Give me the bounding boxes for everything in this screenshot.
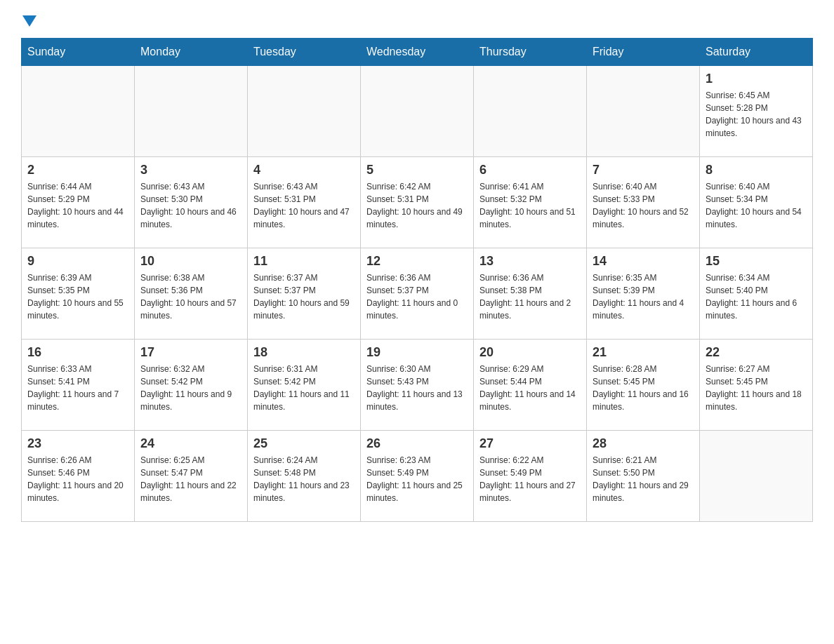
- calendar-cell: 7Sunrise: 6:40 AMSunset: 5:33 PMDaylight…: [587, 157, 700, 248]
- calendar-cell: 21Sunrise: 6:28 AMSunset: 5:45 PMDayligh…: [587, 340, 700, 431]
- day-number: 1: [706, 72, 807, 86]
- day-info: Sunrise: 6:43 AMSunset: 5:30 PMDaylight:…: [140, 180, 241, 231]
- calendar-cell: 6Sunrise: 6:41 AMSunset: 5:32 PMDaylight…: [474, 157, 587, 248]
- day-info: Sunrise: 6:35 AMSunset: 5:39 PMDaylight:…: [593, 271, 694, 322]
- day-number: 24: [140, 436, 241, 451]
- weekday-header-monday: Monday: [135, 39, 248, 66]
- day-number: 11: [253, 254, 355, 269]
- day-number: 22: [706, 345, 807, 360]
- calendar-cell: 25Sunrise: 6:24 AMSunset: 5:48 PMDayligh…: [248, 431, 361, 522]
- day-number: 17: [140, 345, 241, 360]
- calendar-cell: 17Sunrise: 6:32 AMSunset: 5:42 PMDayligh…: [135, 340, 248, 431]
- weekday-header-thursday: Thursday: [474, 39, 587, 66]
- day-number: 10: [140, 254, 241, 269]
- calendar-cell: 13Sunrise: 6:36 AMSunset: 5:38 PMDayligh…: [474, 248, 587, 340]
- day-info: Sunrise: 6:41 AMSunset: 5:32 PMDaylight:…: [479, 180, 581, 231]
- day-info: Sunrise: 6:38 AMSunset: 5:36 PMDaylight:…: [140, 271, 241, 322]
- day-info: Sunrise: 6:27 AMSunset: 5:45 PMDaylight:…: [706, 363, 807, 413]
- day-number: 25: [253, 436, 355, 451]
- day-number: 19: [366, 345, 468, 360]
- calendar-cell: 27Sunrise: 6:22 AMSunset: 5:49 PMDayligh…: [474, 431, 587, 522]
- day-info: Sunrise: 6:29 AMSunset: 5:44 PMDaylight:…: [479, 363, 581, 413]
- calendar-cell: 20Sunrise: 6:29 AMSunset: 5:44 PMDayligh…: [474, 340, 587, 431]
- calendar-cell: 11Sunrise: 6:37 AMSunset: 5:37 PMDayligh…: [248, 248, 361, 340]
- day-info: Sunrise: 6:25 AMSunset: 5:47 PMDaylight:…: [140, 454, 241, 504]
- day-info: Sunrise: 6:40 AMSunset: 5:34 PMDaylight:…: [706, 180, 807, 231]
- weekday-header-row: SundayMondayTuesdayWednesdayThursdayFrid…: [22, 39, 813, 66]
- calendar-cell: 24Sunrise: 6:25 AMSunset: 5:47 PMDayligh…: [135, 431, 248, 522]
- day-info: Sunrise: 6:24 AMSunset: 5:48 PMDaylight:…: [253, 454, 355, 504]
- logo-triangle-icon: [22, 15, 37, 27]
- calendar-week-row: 2Sunrise: 6:44 AMSunset: 5:29 PMDaylight…: [22, 157, 813, 248]
- day-number: 26: [366, 436, 468, 451]
- day-info: Sunrise: 6:42 AMSunset: 5:31 PMDaylight:…: [366, 180, 468, 231]
- day-info: Sunrise: 6:45 AMSunset: 5:28 PMDaylight:…: [706, 89, 807, 140]
- day-info: Sunrise: 6:22 AMSunset: 5:49 PMDaylight:…: [479, 454, 581, 504]
- day-info: Sunrise: 6:30 AMSunset: 5:43 PMDaylight:…: [366, 363, 468, 413]
- day-info: Sunrise: 6:26 AMSunset: 5:46 PMDaylight:…: [27, 454, 128, 504]
- day-info: Sunrise: 6:36 AMSunset: 5:38 PMDaylight:…: [479, 271, 581, 322]
- calendar-week-row: 1Sunrise: 6:45 AMSunset: 5:28 PMDaylight…: [22, 66, 813, 157]
- calendar-cell: 5Sunrise: 6:42 AMSunset: 5:31 PMDaylight…: [361, 157, 474, 248]
- calendar-cell: [22, 66, 135, 157]
- calendar-cell: [700, 431, 813, 522]
- day-info: Sunrise: 6:39 AMSunset: 5:35 PMDaylight:…: [27, 271, 128, 322]
- day-number: 15: [706, 254, 807, 269]
- day-number: 21: [593, 345, 694, 360]
- calendar-week-row: 16Sunrise: 6:33 AMSunset: 5:41 PMDayligh…: [22, 340, 813, 431]
- day-info: Sunrise: 6:31 AMSunset: 5:42 PMDaylight:…: [253, 363, 355, 413]
- calendar-cell: 2Sunrise: 6:44 AMSunset: 5:29 PMDaylight…: [22, 157, 135, 248]
- day-info: Sunrise: 6:43 AMSunset: 5:31 PMDaylight:…: [253, 180, 355, 231]
- day-number: 2: [27, 163, 128, 177]
- calendar-cell: 26Sunrise: 6:23 AMSunset: 5:49 PMDayligh…: [361, 431, 474, 522]
- day-info: Sunrise: 6:21 AMSunset: 5:50 PMDaylight:…: [593, 454, 694, 504]
- calendar-cell: 18Sunrise: 6:31 AMSunset: 5:42 PMDayligh…: [248, 340, 361, 431]
- day-number: 20: [479, 345, 581, 360]
- weekday-header-sunday: Sunday: [22, 39, 135, 66]
- day-info: Sunrise: 6:28 AMSunset: 5:45 PMDaylight:…: [593, 363, 694, 413]
- calendar-cell: 28Sunrise: 6:21 AMSunset: 5:50 PMDayligh…: [587, 431, 700, 522]
- day-number: 8: [706, 163, 807, 177]
- calendar-cell: 14Sunrise: 6:35 AMSunset: 5:39 PMDayligh…: [587, 248, 700, 340]
- calendar-cell: [474, 66, 587, 157]
- calendar-cell: [135, 66, 248, 157]
- day-info: Sunrise: 6:37 AMSunset: 5:37 PMDaylight:…: [253, 271, 355, 322]
- day-number: 13: [479, 254, 581, 269]
- day-number: 16: [27, 345, 128, 360]
- calendar-cell: 8Sunrise: 6:40 AMSunset: 5:34 PMDaylight…: [700, 157, 813, 248]
- day-info: Sunrise: 6:33 AMSunset: 5:41 PMDaylight:…: [27, 363, 128, 413]
- day-number: 7: [593, 163, 694, 177]
- day-number: 5: [366, 163, 468, 177]
- day-info: Sunrise: 6:34 AMSunset: 5:40 PMDaylight:…: [706, 271, 807, 322]
- calendar-cell: 19Sunrise: 6:30 AMSunset: 5:43 PMDayligh…: [361, 340, 474, 431]
- day-number: 23: [27, 436, 128, 451]
- weekday-header-saturday: Saturday: [700, 39, 813, 66]
- weekday-header-friday: Friday: [587, 39, 700, 66]
- day-number: 18: [253, 345, 355, 360]
- calendar-cell: 16Sunrise: 6:33 AMSunset: 5:41 PMDayligh…: [22, 340, 135, 431]
- day-number: 6: [479, 163, 581, 177]
- day-number: 27: [479, 436, 581, 451]
- weekday-header-wednesday: Wednesday: [361, 39, 474, 66]
- calendar-cell: [587, 66, 700, 157]
- calendar-cell: 3Sunrise: 6:43 AMSunset: 5:30 PMDaylight…: [135, 157, 248, 248]
- day-number: 12: [366, 254, 468, 269]
- day-number: 4: [253, 163, 355, 177]
- calendar-cell: 1Sunrise: 6:45 AMSunset: 5:28 PMDaylight…: [700, 66, 813, 157]
- calendar-week-row: 23Sunrise: 6:26 AMSunset: 5:46 PMDayligh…: [22, 431, 813, 522]
- calendar-cell: 15Sunrise: 6:34 AMSunset: 5:40 PMDayligh…: [700, 248, 813, 340]
- day-info: Sunrise: 6:23 AMSunset: 5:49 PMDaylight:…: [366, 454, 468, 504]
- weekday-header-tuesday: Tuesday: [248, 39, 361, 66]
- calendar-cell: 9Sunrise: 6:39 AMSunset: 5:35 PMDaylight…: [22, 248, 135, 340]
- calendar-cell: 23Sunrise: 6:26 AMSunset: 5:46 PMDayligh…: [22, 431, 135, 522]
- day-number: 28: [593, 436, 694, 451]
- logo: [21, 14, 37, 24]
- day-info: Sunrise: 6:44 AMSunset: 5:29 PMDaylight:…: [27, 180, 128, 231]
- day-info: Sunrise: 6:32 AMSunset: 5:42 PMDaylight:…: [140, 363, 241, 413]
- day-info: Sunrise: 6:40 AMSunset: 5:33 PMDaylight:…: [593, 180, 694, 231]
- calendar-cell: 22Sunrise: 6:27 AMSunset: 5:45 PMDayligh…: [700, 340, 813, 431]
- day-number: 9: [27, 254, 128, 269]
- day-number: 14: [593, 254, 694, 269]
- calendar-cell: [361, 66, 474, 157]
- day-number: 3: [140, 163, 241, 177]
